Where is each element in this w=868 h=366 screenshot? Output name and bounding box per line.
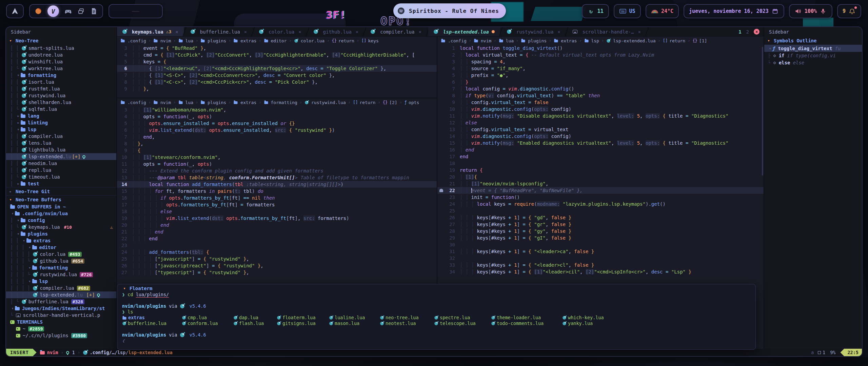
tree-item-scrollbar-handle-vertical-p[interactable]: └ scrollbar-handle-vertical.p (6, 312, 116, 319)
breadcrumb-item[interactable]: lsp (584, 38, 599, 43)
code-line[interactable]: 13│ │ config.virtual_text = virtual_text (437, 126, 764, 133)
breadcrumb-item[interactable]: formatting (264, 100, 297, 105)
close-tab-icon[interactable]: × (244, 29, 247, 35)
tree-item-config[interactable]: │ ▾config (6, 217, 116, 224)
breadcrumb-item[interactable]: extras (554, 38, 577, 43)
breadcrumb-item[interactable]: .config (120, 38, 146, 43)
code-line[interactable]: 18 (437, 160, 764, 167)
tree-item-test[interactable]: │ ▸test (6, 180, 116, 187)
tree-item-lens-lua[interactable]: │ │ lens.lua (6, 140, 116, 146)
breadcrumb-item[interactable]: {}return (332, 38, 354, 43)
code-line[interactable]: 15│ │ vim.notify(msg: "Enabled diagnosti… (437, 140, 764, 146)
code-line[interactable]: 5│ │ keys = { (117, 58, 437, 65)
breadcrumb-item[interactable]: ƒopts (405, 100, 419, 105)
tree-item-lsp[interactable]: │ ▾lsp (6, 126, 116, 133)
tree-item-formatting[interactable]: │ │ │ ▾formatting (6, 264, 116, 271)
chevron-down-icon[interactable]: ▾ (16, 73, 21, 78)
outline-item-toggle_diag_virtext[interactable]: ▾ƒtoggle_diag_virtextfu (764, 45, 862, 52)
code-line[interactable]: 10│ │ [1]"stevearc/conform.nvim", (117, 154, 437, 161)
breadcrumb-item[interactable]: []return (663, 38, 685, 43)
tree-item-undotree-lua[interactable]: │ │ undotree.lua (6, 52, 116, 58)
breadcrumb-item[interactable]: extras (233, 100, 256, 105)
code-line[interactable]: 17│ │ │ │ │ │ opts.formatters_by_ft[ft] … (117, 201, 437, 208)
code-line[interactable]: 5│ │ prefix = "●", (437, 72, 764, 79)
workspace-windows-icon[interactable] (77, 7, 85, 15)
tree-item-winshift-lua[interactable]: │ │ winshift.lua (6, 58, 116, 65)
breadcrumb-item[interactable]: plugins (200, 38, 226, 43)
code-line[interactable]: 34│ │ │ keys[#keys + 1] = { [1]"<leader>… (437, 268, 764, 275)
code-line[interactable]: 31│ │ │ keys[#keys + 1] = { "<leader>ca"… (437, 248, 764, 255)
tree-item-smart-splits-lua[interactable]: │ │ smart-splits.lua (6, 45, 116, 52)
tree-item-editor[interactable]: │ │ │ ▾editor (6, 244, 116, 251)
tab-bufferline-lua[interactable]: bufferline.lua× (185, 27, 252, 36)
chevron-down-icon[interactable]: ▾ (10, 306, 15, 311)
code-line[interactable]: 6│ │ │ { [1]"<leader>uC", [2]"<cmd>CccHi… (117, 65, 437, 72)
tree-section-neo-tree-git[interactable]: ▸Neo-Tree Git (6, 187, 116, 195)
outline-item-if[interactable]: ├ ◇ifif type(config.vi (764, 52, 862, 59)
tree-item-extras[interactable]: │ │ ▾extras (6, 237, 116, 244)
media-player-widget[interactable]: Spiritbox - Rule Of Nines (393, 3, 506, 18)
tree-item-formatting[interactable]: │ ▾formatting (6, 72, 116, 79)
chevron-down-icon[interactable]: ▾ (16, 218, 21, 223)
chevron-down-icon[interactable]: ▾ (122, 286, 127, 291)
close-tab-icon[interactable]: × (356, 29, 358, 35)
breadcrumb-item[interactable]: lsp-extended.lua (606, 38, 655, 43)
breadcrumb-item[interactable]: lua (178, 38, 193, 43)
code-line[interactable]: 16│ end (437, 146, 764, 153)
workspace-gamepad-icon[interactable] (64, 7, 72, 15)
breadcrumb-item[interactable]: {}[1] (692, 38, 707, 43)
chevron-down-icon[interactable]: ▾ (8, 197, 13, 202)
code-line[interactable]: 10│ │ vim.diagnostic.config(opts: config… (437, 106, 764, 113)
tree-item-lightbulb-lua[interactable]: │ │ lightbulb.lua (6, 146, 116, 153)
breadcrumb-item[interactable]: .config (441, 38, 467, 43)
tree-item-neodim-lua[interactable]: │ │ neodim.lua (6, 160, 116, 167)
tabpage-1[interactable]: 1 (738, 29, 741, 35)
tab-compiler-lua[interactable]: compiler.lua× (365, 27, 427, 36)
code-line[interactable]: 1local function toggle_diag_virtext() (437, 45, 764, 52)
breadcrumb-item[interactable]: nvim (153, 100, 171, 105)
tree-item-lsp[interactable]: │ │ │ ▾lsp (6, 278, 116, 285)
tree-section-neo-tree[interactable]: ▾Neo-Tree (6, 37, 116, 45)
code-line[interactable]: 30 (437, 241, 764, 248)
close-tab-icon[interactable]: × (175, 29, 178, 35)
tree-item-compiler-lua[interactable]: │ │ compiler.lua (6, 133, 116, 140)
code-line[interactable]: 12│ │ │ --- Extend the conform plugin co… (117, 167, 437, 174)
clock-widget[interactable]: jueves, noviembre 16, 2023 (684, 4, 784, 18)
close-tab-icon[interactable]: × (418, 29, 421, 35)
code-line[interactable]: 26│ │ │ │ ["javascriptreact"] = { "rusty… (117, 262, 437, 269)
code-line[interactable]: 11│ │ opts = function(_, opts) (117, 161, 437, 167)
tabpage-2[interactable]: 2 (746, 29, 749, 35)
code-line[interactable]: 7│ local config = vim.diagnostic.config(… (437, 85, 764, 92)
tab-color-lua[interactable]: color.lua× (254, 27, 307, 36)
tree-item-worktree-lua[interactable]: │ └ worktree.lua (6, 65, 116, 72)
breadcrumb-item[interactable]: []return (353, 100, 375, 105)
code-line[interactable]: 33│ │ │ keys[#keys + 1] = { "<leader>cl"… (437, 262, 764, 268)
code-line[interactable]: 6│ │ │ vim.list_extend(dst: opts.ensure_… (117, 127, 437, 134)
tree-item-terminals[interactable]: TERMINALS (6, 319, 116, 325)
tree-item-color-lua[interactable]: │ │ │ │ color.lua#493 (6, 251, 116, 258)
tree-item--c-n-l-plugins[interactable]: ~/.c/n/l/plugins#3980 (6, 332, 116, 339)
code-line[interactable]: 8│ │ │ { [1]"<C-c>", [2]"<cmd>CccPick<cr… (117, 79, 437, 85)
tree-item-shellharden-lua[interactable]: │ │ shellharden.lua (6, 99, 116, 106)
breadcrumb-item[interactable]: plugins (521, 38, 547, 43)
breadcrumb-item[interactable]: nvim (474, 38, 491, 43)
notifications-widget[interactable]: 9 (837, 4, 861, 18)
code-line[interactable]: 28│ │ │ keys[#keys + 1] = { "gy", false … (437, 228, 764, 235)
code-line[interactable]: 27│ │ │ │ ["typescript"] = { "rustywind"… (117, 269, 437, 276)
editor-split-color-lua[interactable]: .config›nvim›lua›plugins›extras›editor›c… (117, 37, 437, 98)
code-line[interactable]: 21│ │ [1]"neovim/nvim-lspconfig", (437, 180, 764, 187)
tree-item-keymaps-lua[interactable]: │ └ keymaps.lua#10⚠ (6, 224, 116, 230)
tree-item-rustywind-lua[interactable]: │ │ │ └ rustywind.lua#726 (6, 271, 116, 278)
tree-item-linting[interactable]: │ ▸linting (6, 119, 116, 126)
tree-item-plugins[interactable]: │ ▾plugins (6, 230, 116, 237)
chevron-down-icon[interactable]: ▾ (27, 279, 32, 284)
breadcrumb-item[interactable]: nvim (153, 38, 171, 43)
code-line[interactable]: 5│ │ │ opts.ensure_installed = opts.ensu… (117, 120, 437, 127)
workspace-neovim-active[interactable]: V (47, 5, 59, 17)
outline-item-else[interactable]: └ ◇elseelse (764, 59, 862, 66)
chevron-down-icon[interactable]: ▾ (22, 238, 26, 243)
tree-item-sqlfmt-lua[interactable]: │ └ sqlfmt.lua (6, 106, 116, 113)
code-line[interactable]: 7│ │ end, (117, 134, 437, 140)
chevron-down-icon[interactable]: ▾ (27, 265, 32, 270)
code-line[interactable]: 3│ │ event = { "BufRead" }, (117, 45, 437, 52)
